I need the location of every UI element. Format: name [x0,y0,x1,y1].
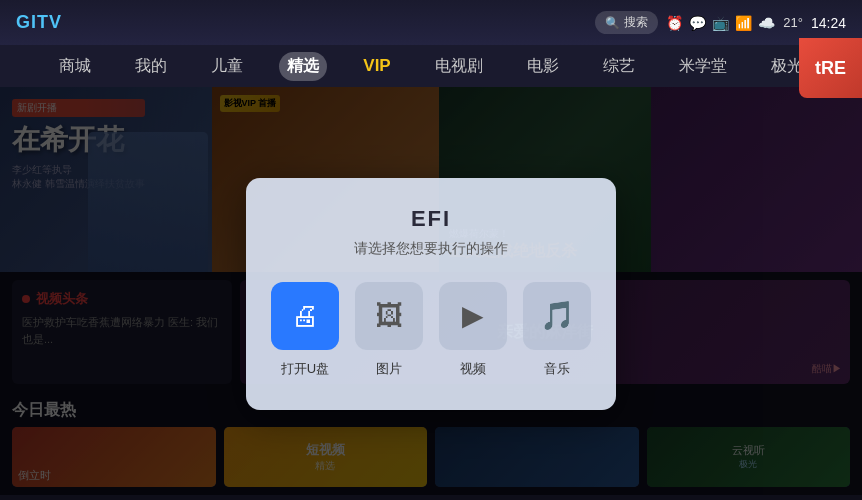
clock-icon: ⏰ [666,15,683,31]
wifi-icon: 📶 [735,15,752,31]
modal-actions: 🖨 打开U盘 🖼 图片 ▶ 视频 [271,282,591,378]
top-right-area: 🔍 搜索 ⏰ 💬 📺 📶 ☁️ 21° 14:24 [595,11,846,34]
weather-icon: ☁️ [758,15,775,31]
action-label-udisk: 打开U盘 [281,360,329,378]
action-btn-udisk[interactable]: 🖨 打开U盘 [271,282,339,378]
image-icon: 🖼 [375,299,403,332]
main-content: 新剧开播 在希开花 李少红等执导 林永健 韩雪温情演绎扶贫故事 影视VIP 首播… [0,87,862,500]
tab-vip[interactable]: VIP [355,52,398,80]
action-label-image: 图片 [376,360,402,378]
action-label-video: 视频 [460,360,486,378]
top-bar: GITV 🔍 搜索 ⏰ 💬 📺 📶 ☁️ 21° 14:24 [0,0,862,45]
tab-dianying[interactable]: 电影 [519,52,567,81]
video-icon: ▶ [462,299,484,332]
tab-wode[interactable]: 我的 [127,52,175,81]
corner-tre-label: tRE [815,58,846,79]
action-label-music: 音乐 [544,360,570,378]
action-icon-udisk: 🖨 [271,282,339,350]
app-logo: GITV [16,12,62,33]
tv-icon: 📺 [712,15,729,31]
modal-overlay: EFI 请选择您想要执行的操作 🖨 打开U盘 🖼 图片 [0,87,862,500]
udisk-icon: 🖨 [291,299,319,332]
action-icon-music: 🎵 [523,282,591,350]
tab-zongyi[interactable]: 综艺 [595,52,643,81]
tab-shangcheng[interactable]: 商城 [51,52,99,81]
action-icon-video: ▶ [439,282,507,350]
corner-tre-badge: tRE [799,38,862,98]
action-btn-music[interactable]: 🎵 音乐 [523,282,591,378]
tab-mixuetang[interactable]: 米学堂 [671,52,735,81]
action-icon-image: 🖼 [355,282,423,350]
modal-dialog: EFI 请选择您想要执行的操作 🖨 打开U盘 🖼 图片 [246,178,616,410]
search-label: 搜索 [624,14,648,31]
action-btn-image[interactable]: 🖼 图片 [355,282,423,378]
modal-title: EFI [411,206,451,232]
search-icon: 🔍 [605,16,620,30]
clock-display: 14:24 [811,15,846,31]
modal-subtitle: 请选择您想要执行的操作 [354,240,508,258]
tab-jingxuan[interactable]: 精选 [279,52,327,81]
nav-tabs: 商城 我的 儿童 精选 VIP 电视剧 电影 综艺 米学堂 极光 [0,45,862,87]
search-button[interactable]: 🔍 搜索 [595,11,658,34]
top-icons: ⏰ 💬 📺 📶 ☁️ [666,15,775,31]
temperature: 21° [783,15,803,30]
music-icon: 🎵 [540,299,575,332]
message-icon: 💬 [689,15,706,31]
weather-temp: 21° [783,15,803,30]
action-btn-video[interactable]: ▶ 视频 [439,282,507,378]
tab-ertong[interactable]: 儿童 [203,52,251,81]
tab-dianshiju[interactable]: 电视剧 [427,52,491,81]
